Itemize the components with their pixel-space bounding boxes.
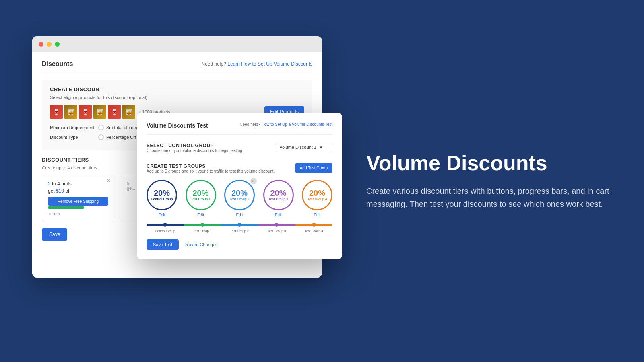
circle-group1: 20% Test Group 1 Edit — [186, 180, 216, 217]
discount-type-label: Discount Type — [50, 135, 98, 140]
progress-dot-group4 — [312, 223, 316, 227]
test-groups-section: CREATE TEST GROUPS Add up to 5 groups an… — [147, 163, 332, 233]
circle-badge-group2: ✕ 20% Test Group 2 — [224, 180, 255, 210]
modal-header: Volume Discounts Test Need help? How to … — [147, 122, 332, 135]
modal-help: Need help? How to Set Up a Volume Discou… — [239, 122, 332, 127]
progress-label-group3: Test Group 3 — [258, 229, 295, 233]
radio-percentage[interactable] — [98, 134, 104, 140]
progress-dot-group3 — [275, 223, 279, 227]
main-heading: Volume Discounts — [366, 152, 620, 175]
modal-footer: Save Test Discard Changes — [147, 239, 332, 250]
right-panel: Volume Discounts Create various discount… — [350, 128, 644, 234]
discard-changes-button[interactable]: Discard Changes — [184, 239, 217, 250]
modal-window: Volume Discounts Test Need help? How to … — [137, 113, 342, 259]
tier-label: TIER 1 — [48, 212, 108, 216]
circle-edit-group2[interactable]: Edit — [236, 213, 243, 217]
circle-close-group2[interactable]: ✕ — [250, 178, 257, 184]
need-help-link[interactable]: Learn How to Set Up Volume Discounts — [227, 61, 312, 67]
product-icon-6: 🥃 — [122, 105, 135, 119]
circle-edit-group3[interactable]: Edit — [275, 213, 282, 217]
progress-dot-group2 — [237, 223, 242, 227]
cg-subtitle: Choose one of your volume discounts to b… — [147, 148, 244, 153]
circle-edit-group4[interactable]: Edit — [314, 213, 320, 217]
modal-help-link[interactable]: How to Set Up a Volume Discounts Test — [261, 122, 332, 127]
circle-badge-control: 20% Control Group — [147, 180, 177, 210]
control-group-section: SELECT CONTROL GROUP Choose one of your … — [147, 143, 332, 156]
browser-titlebar — [32, 36, 322, 52]
cg-header: SELECT CONTROL GROUP Choose one of your … — [147, 143, 332, 156]
create-discount-subtitle: Select eligible products for this discou… — [50, 95, 304, 100]
save-button[interactable]: Save — [42, 228, 67, 241]
tier-amount-link[interactable]: $10 — [56, 188, 64, 194]
minimize-dot[interactable] — [47, 42, 52, 47]
min-req-label: Minimum Requirement — [50, 125, 98, 130]
discount-type-option[interactable]: Percentage Off — [98, 134, 136, 140]
circle-badge-group1: 20% Test Group 1 — [186, 180, 216, 210]
tier-close-button[interactable]: ✕ — [107, 178, 111, 183]
tg-header: CREATE TEST GROUPS Add up to 5 groups an… — [147, 163, 332, 178]
create-discount-title: CREATE DISCOUNT — [50, 86, 304, 93]
left-panel: Discounts Need help? Learn How to Set Up… — [0, 0, 350, 362]
tier-card-1: ✕ 2 to 4 units get $10 off Remove Free S… — [42, 175, 114, 222]
circle-group4: 20% Test Group 4 Edit — [302, 180, 332, 217]
progress-dot-group1 — [200, 223, 204, 227]
modal-title: Volume Discounts Test — [147, 122, 208, 129]
circle-edit-control[interactable]: Edit — [158, 213, 165, 217]
add-test-group-button[interactable]: Add Test Group — [295, 163, 332, 173]
tier-range: 2 to 4 units — [48, 181, 108, 187]
progress-bar — [147, 224, 332, 226]
close-dot[interactable] — [39, 42, 43, 47]
progress-label-group2: Test Group 2 — [221, 229, 258, 233]
circle-badge-group3: 20% Test Group 3 — [263, 180, 294, 210]
circles-row: 20% Control Group Edit 20% Test Group 1 … — [147, 180, 332, 217]
progress-label-group4: Test Group 4 — [295, 229, 332, 233]
discounts-header: Discounts Need help? Learn How to Set Up… — [42, 60, 312, 72]
save-test-button[interactable]: Save Test — [147, 239, 179, 250]
need-help-text: Need help? Learn How to Set Up Volume Di… — [201, 61, 312, 67]
product-icon-3: 🍷 — [79, 105, 92, 119]
tg-subtitle: Add up to 5 groups and split your site t… — [147, 169, 275, 173]
product-icon-2: 🥃 — [64, 105, 77, 119]
cg-title: SELECT CONTROL GROUP — [147, 143, 244, 148]
progress-container — [147, 224, 332, 226]
circle-edit-group1[interactable]: Edit — [197, 213, 204, 217]
progress-label-group1: Test Group 1 — [184, 229, 221, 233]
progress-labels: Control Group Test Group 1 Test Group 2 … — [147, 229, 332, 233]
circle-group2: ✕ 20% Test Group 2 Edit — [224, 180, 255, 217]
discounts-title: Discounts — [42, 60, 73, 68]
tg-title: CREATE TEST GROUPS — [147, 163, 275, 169]
volume-discount-dropdown[interactable]: Volume Discount 1 ▾ — [276, 143, 332, 152]
radio-subtotal[interactable] — [98, 125, 104, 130]
product-icon-5: 🍷 — [108, 105, 121, 119]
product-icons: 🍷 🥃 🍷 🥃 🍷 🥃 — [50, 105, 135, 119]
tier-progress-bar — [48, 206, 84, 209]
circle-badge-group4: 20% Test Group 4 — [302, 180, 332, 210]
remove-free-shipping-button[interactable]: Remove Free Shipping — [48, 197, 108, 206]
main-description: Create various discount tiers with butto… — [366, 185, 620, 210]
product-icon-1: 🍷 — [50, 105, 63, 119]
product-icon-4: 🥃 — [93, 105, 106, 119]
progress-dot-control — [163, 223, 167, 227]
circle-control: 20% Control Group Edit — [147, 180, 177, 217]
min-req-option[interactable]: Subtotal of items — [98, 125, 139, 130]
maximize-dot[interactable] — [55, 42, 60, 47]
tier-range-link[interactable]: 2 — [48, 181, 51, 187]
tier-amount: get $10 off — [48, 188, 108, 194]
circle-group3: 20% Test Group 3 Edit — [263, 180, 294, 217]
progress-label-control: Control Group — [147, 229, 184, 233]
